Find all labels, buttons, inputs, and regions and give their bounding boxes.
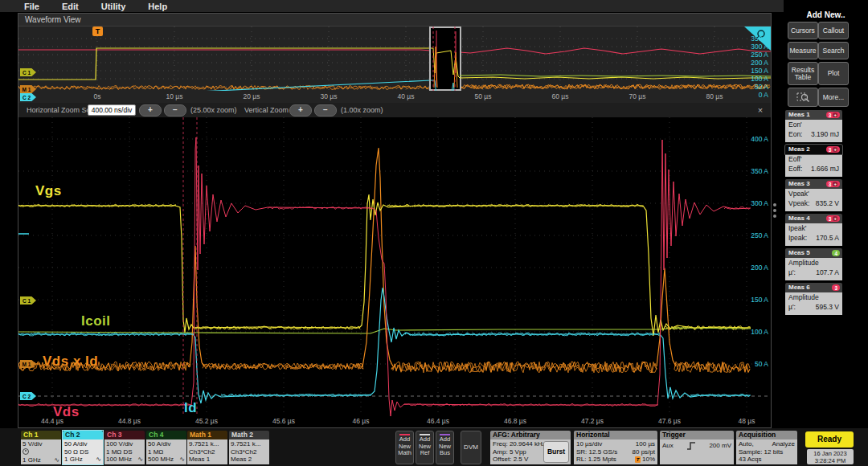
axis-tick-label: 70 µs — [617, 92, 657, 100]
meas-name: Meas 6 — [788, 284, 810, 291]
horizontal-zoom-scale-input[interactable] — [88, 104, 136, 116]
measurement-badge-meas-2[interactable]: Meas 23+Eoff'Eoff:1.666 mJ — [785, 145, 842, 177]
trigger-marker-icon[interactable]: T — [92, 27, 103, 36]
dvm-button[interactable]: DVM — [461, 431, 481, 464]
axis-tick-label: 45.2 µs — [186, 417, 227, 425]
right-panel: Add New.. CursorsCalloutMeasureSearchRes… — [784, 0, 868, 428]
meas-source-badge: 4 — [832, 250, 840, 256]
channel-badge-math-1[interactable]: Math 19.7521 k...Ch3*Ch2Meas 1 — [187, 431, 227, 464]
menu-file[interactable]: File — [24, 2, 39, 11]
axis-tick-label: 46.4 µs — [418, 417, 458, 425]
waveform-view-title: Waveform View — [25, 15, 80, 24]
hzoom-factor-label: (25.00x zoom) — [190, 106, 237, 114]
measure-button[interactable]: Measure — [788, 42, 818, 59]
add-new-ref-button[interactable]: AddNewRef — [416, 431, 434, 464]
meas-name: Meas 2 — [788, 145, 810, 153]
trigger-source: Aux — [662, 442, 674, 451]
meas-line1: Eon' — [788, 121, 839, 129]
bottom-settings-bar: Ch 15 V/div1 GHz∿Ch 250 A/div50 Ω DS1 GH… — [0, 428, 868, 466]
close-zoom-icon[interactable]: × — [755, 104, 766, 116]
channel-badge-ch-4[interactable]: Ch 450 A/div1 MΩ500 MHz∿ — [146, 431, 186, 464]
add-new-bus-button[interactable]: AddNewBus — [436, 431, 454, 464]
horizontal-samplerate: SR: 12.5 GS/s — [576, 448, 617, 456]
measurement-badge-meas-6[interactable]: Meas 63Amplitudeµ':595.3 V — [785, 283, 842, 315]
panel-splitter-handle[interactable] — [772, 201, 778, 220]
afg-badge[interactable]: AFG: Arbitrary Freq: 20.9644 kHz Amp: 5 … — [490, 431, 571, 464]
horizontal-title: Horizontal — [574, 431, 657, 439]
vzoom-factor-label: (1.00x zoom) — [341, 106, 383, 114]
meas-name: Meas 4 — [788, 215, 810, 222]
meas-value-label: Vpeak: — [788, 199, 809, 207]
hzoom-decrease-button[interactable]: − — [164, 104, 186, 117]
overview-plot[interactable]: 0s10 µs20 µs30 µs40 µs50 µs60 µs70 µs80 … — [18, 27, 771, 103]
waveform-view-tab[interactable]: Waveform View — [18, 14, 771, 27]
burst-button[interactable]: Burst — [543, 441, 569, 463]
acquisition-badge[interactable]: Acquisition Auto,Analyze Sample: 12 bits… — [736, 431, 797, 464]
main-waveform-svg — [18, 117, 771, 416]
axis-tick-label: 44.4 µs — [32, 417, 72, 425]
meas-value-label: Eoff: — [788, 165, 802, 173]
channel-badge-ch-3[interactable]: Ch 3100 V/div1 MΩ DS100 MHz∿ — [104, 431, 145, 464]
meas-value: 107.7 A — [816, 268, 839, 276]
cursors-button[interactable]: Cursors — [788, 22, 818, 39]
acquisition-analyze: Analyze — [772, 440, 795, 448]
vzoom-increase-button[interactable]: + — [289, 104, 312, 117]
results-table-button[interactable]: Results Table — [788, 62, 818, 85]
menu-edit[interactable]: Edit — [62, 2, 79, 11]
meas-source-badge: 3+ — [826, 215, 840, 222]
ready-status-button[interactable]: Ready — [805, 431, 854, 448]
axis-tick-label: 48 µs — [727, 417, 767, 425]
axis-tick-label: 46 µs — [341, 417, 381, 425]
meas-line1: Ipeak' — [788, 224, 839, 232]
vzoom-decrease-button[interactable]: − — [314, 104, 337, 117]
horizontal-resolution: 80 ps/pt — [633, 448, 655, 456]
meas-line1: Amplitude — [788, 293, 839, 301]
trigger-level: 200 mV — [709, 442, 731, 451]
axis-tick-label: 47.2 µs — [572, 417, 612, 425]
callout-button[interactable]: Callout — [818, 22, 849, 39]
ref-color-bar — [440, 434, 450, 435]
menu-help[interactable]: Help — [148, 2, 167, 11]
measurement-badge-meas-4[interactable]: Meas 43+Ipeak'Ipeak:170.5 A — [785, 214, 842, 246]
bandwidth-icon: ∿ — [137, 456, 143, 463]
trigger-badge[interactable]: Trigger Aux 200 mV — [660, 431, 734, 464]
horizontal-badge[interactable]: Horizontal 10 µs/div100 µs SR: 12.5 GS/s… — [574, 431, 657, 464]
add-new-title: Add New.. — [784, 10, 868, 19]
meas-value-label: µ': — [788, 268, 796, 276]
measurement-badge-meas-5[interactable]: Meas 54Amplitudeµ':107.7 A — [785, 248, 842, 280]
zoom-overview-icon-button[interactable] — [788, 88, 818, 107]
rising-edge-icon — [686, 441, 696, 451]
axis-tick-label: 44.8 µs — [109, 417, 149, 425]
search-button[interactable]: Search — [818, 42, 849, 59]
zoom-overview-icon — [796, 92, 810, 103]
add-new-math-button[interactable]: AddNewMath — [395, 431, 414, 464]
meas-source-badge: 3 — [832, 284, 840, 291]
channel-badge-math-2[interactable]: Math 29.7521 k...Ch3*Ch2Meas 2 — [229, 431, 269, 464]
meas-name: Meas 5 — [788, 249, 810, 256]
more-button[interactable]: More... — [818, 88, 849, 107]
plot-button[interactable]: Plot — [818, 62, 849, 85]
meas-name: Meas 3 — [788, 180, 810, 187]
channel-badge-ch-2[interactable]: Ch 250 A/div50 Ω DS1 GHz∿ — [63, 431, 103, 464]
hzoom-increase-button[interactable]: + — [139, 104, 162, 117]
zoomed-waveform-plot[interactable]: 400 A350 A300 A250 A200 A150 A100 A50 A … — [18, 117, 771, 416]
axis-tick-label: 50 µs — [463, 92, 503, 100]
channel-badge-ch-1[interactable]: Ch 15 V/div1 GHz∿ — [21, 431, 61, 464]
axis-tick-label: 10 µs — [154, 92, 194, 100]
meas-value-label: µ': — [788, 303, 796, 311]
horizontal-recordlength: RL: 1.25 Mpts — [576, 456, 616, 464]
acquisition-count: 43 Acqs — [739, 456, 795, 464]
main-time-axis: 44.4 µs44.8 µs45.2 µs45.6 µs46 µs46.4 µs… — [18, 416, 771, 427]
measurement-badge-meas-1[interactable]: Meas 13+Eon'Eon:3.190 mJ — [785, 110, 842, 142]
meas-line1: Vpeak' — [788, 190, 839, 198]
meas-value-label: Ipeak: — [788, 234, 807, 242]
overview-waveform-svg — [18, 27, 771, 91]
measurement-badge-meas-3[interactable]: Meas 33+Vpeak'Vpeak:835.2 V — [785, 179, 842, 211]
horizontal-trigger-position: 10% — [642, 456, 655, 463]
axis-tick-label: 45.6 µs — [264, 417, 304, 425]
acquisition-mode: Auto, — [739, 440, 754, 448]
bandwidth-icon: ∿ — [54, 456, 59, 464]
ref-color-bar — [399, 434, 410, 435]
menu-utility[interactable]: Utility — [101, 2, 126, 11]
meas-value: 835.2 V — [816, 199, 839, 207]
